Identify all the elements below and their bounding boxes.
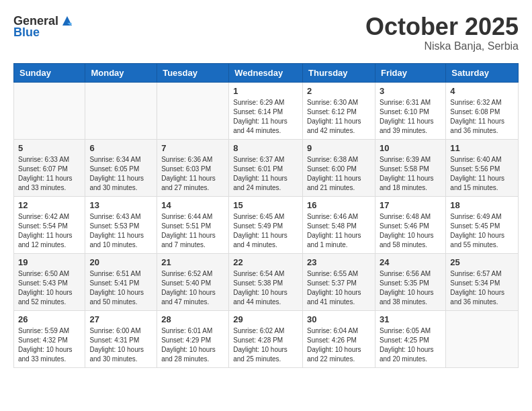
calendar-cell: 25Sunrise: 6:57 AMSunset: 5:34 PMDayligh… [446, 253, 519, 310]
day-info: Sunrise: 6:33 AMSunset: 6:07 PMDaylight:… [18, 155, 81, 193]
calendar-cell [157, 82, 229, 139]
day-number: 31 [380, 314, 441, 324]
day-info: Sunrise: 6:49 AMSunset: 5:45 PMDaylight:… [450, 212, 514, 250]
page-header: General Blue October 2025 Niska Banja, S… [13, 13, 519, 52]
header-wednesday: Wednesday [229, 63, 303, 82]
day-number: 10 [380, 143, 441, 153]
calendar-cell: 1Sunrise: 6:29 AMSunset: 6:14 PMDaylight… [229, 82, 303, 139]
calendar-cell: 26Sunrise: 5:59 AMSunset: 4:32 PMDayligh… [14, 310, 85, 367]
logo-icon [60, 13, 75, 28]
calendar-cell [446, 310, 519, 367]
day-number: 25 [450, 257, 514, 267]
day-info: Sunrise: 6:57 AMSunset: 5:34 PMDaylight:… [450, 269, 514, 307]
day-info: Sunrise: 6:00 AMSunset: 4:31 PMDaylight:… [89, 326, 152, 364]
calendar-cell: 13Sunrise: 6:43 AMSunset: 5:53 PMDayligh… [85, 196, 157, 253]
day-info: Sunrise: 6:46 AMSunset: 5:48 PMDaylight:… [307, 212, 371, 250]
calendar-cell: 29Sunrise: 6:02 AMSunset: 4:28 PMDayligh… [229, 310, 303, 367]
calendar-week-row: 1Sunrise: 6:29 AMSunset: 6:14 PMDaylight… [14, 82, 519, 139]
calendar-table: Sunday Monday Tuesday Wednesday Thursday… [13, 63, 519, 368]
day-number: 4 [450, 86, 514, 96]
day-info: Sunrise: 6:05 AMSunset: 4:25 PMDaylight:… [380, 326, 441, 364]
day-number: 21 [161, 257, 224, 267]
day-info: Sunrise: 6:04 AMSunset: 4:26 PMDaylight:… [307, 326, 371, 364]
month-title: October 2025 [365, 13, 519, 40]
calendar-cell: 14Sunrise: 6:44 AMSunset: 5:51 PMDayligh… [157, 196, 229, 253]
day-info: Sunrise: 6:01 AMSunset: 4:29 PMDaylight:… [161, 326, 224, 364]
day-info: Sunrise: 6:32 AMSunset: 6:08 PMDaylight:… [450, 98, 514, 136]
day-number: 28 [161, 314, 224, 324]
calendar-cell: 19Sunrise: 6:50 AMSunset: 5:43 PMDayligh… [14, 253, 85, 310]
day-info: Sunrise: 5:59 AMSunset: 4:32 PMDaylight:… [18, 326, 81, 364]
day-info: Sunrise: 6:29 AMSunset: 6:14 PMDaylight:… [233, 98, 298, 136]
day-number: 18 [450, 200, 514, 210]
day-info: Sunrise: 6:40 AMSunset: 5:56 PMDaylight:… [450, 155, 514, 193]
logo-text-blue: Blue [13, 26, 40, 40]
calendar-cell: 22Sunrise: 6:54 AMSunset: 5:38 PMDayligh… [229, 253, 303, 310]
day-info: Sunrise: 6:30 AMSunset: 6:12 PMDaylight:… [307, 98, 371, 136]
day-number: 17 [380, 200, 441, 210]
calendar-cell: 17Sunrise: 6:48 AMSunset: 5:46 PMDayligh… [375, 196, 445, 253]
day-number: 14 [161, 200, 224, 210]
calendar-week-row: 12Sunrise: 6:42 AMSunset: 5:54 PMDayligh… [14, 196, 519, 253]
day-number: 23 [307, 257, 371, 267]
calendar-cell: 5Sunrise: 6:33 AMSunset: 6:07 PMDaylight… [14, 139, 85, 196]
day-number: 19 [18, 257, 81, 267]
calendar-cell [85, 82, 157, 139]
header-thursday: Thursday [303, 63, 375, 82]
header-friday: Friday [375, 63, 445, 82]
day-number: 9 [307, 143, 371, 153]
day-info: Sunrise: 6:44 AMSunset: 5:51 PMDaylight:… [161, 212, 224, 250]
day-number: 7 [161, 143, 224, 153]
calendar-cell: 30Sunrise: 6:04 AMSunset: 4:26 PMDayligh… [303, 310, 375, 367]
calendar-cell: 31Sunrise: 6:05 AMSunset: 4:25 PMDayligh… [375, 310, 445, 367]
day-number: 11 [450, 143, 514, 153]
day-number: 26 [18, 314, 81, 324]
calendar-cell: 8Sunrise: 6:37 AMSunset: 6:01 PMDaylight… [229, 139, 303, 196]
day-info: Sunrise: 6:38 AMSunset: 6:00 PMDaylight:… [307, 155, 371, 193]
day-info: Sunrise: 6:48 AMSunset: 5:46 PMDaylight:… [380, 212, 441, 250]
day-info: Sunrise: 6:37 AMSunset: 6:01 PMDaylight:… [233, 155, 298, 193]
day-info: Sunrise: 6:45 AMSunset: 5:49 PMDaylight:… [233, 212, 298, 250]
calendar-cell: 27Sunrise: 6:00 AMSunset: 4:31 PMDayligh… [85, 310, 157, 367]
day-info: Sunrise: 6:39 AMSunset: 5:58 PMDaylight:… [380, 155, 441, 193]
calendar-cell: 7Sunrise: 6:36 AMSunset: 6:03 PMDaylight… [157, 139, 229, 196]
day-number: 27 [89, 314, 152, 324]
calendar-cell: 2Sunrise: 6:30 AMSunset: 6:12 PMDaylight… [303, 82, 375, 139]
calendar-cell: 3Sunrise: 6:31 AMSunset: 6:10 PMDaylight… [375, 82, 445, 139]
calendar-cell: 16Sunrise: 6:46 AMSunset: 5:48 PMDayligh… [303, 196, 375, 253]
day-info: Sunrise: 6:43 AMSunset: 5:53 PMDaylight:… [89, 212, 152, 250]
calendar-cell: 20Sunrise: 6:51 AMSunset: 5:41 PMDayligh… [85, 253, 157, 310]
weekday-header-row: Sunday Monday Tuesday Wednesday Thursday… [14, 63, 519, 82]
calendar-cell: 15Sunrise: 6:45 AMSunset: 5:49 PMDayligh… [229, 196, 303, 253]
day-info: Sunrise: 6:36 AMSunset: 6:03 PMDaylight:… [161, 155, 224, 193]
logo: General Blue [13, 13, 75, 40]
calendar-cell: 28Sunrise: 6:01 AMSunset: 4:29 PMDayligh… [157, 310, 229, 367]
calendar-cell: 4Sunrise: 6:32 AMSunset: 6:08 PMDaylight… [446, 82, 519, 139]
calendar-cell: 21Sunrise: 6:52 AMSunset: 5:40 PMDayligh… [157, 253, 229, 310]
day-number: 29 [233, 314, 298, 324]
day-info: Sunrise: 6:31 AMSunset: 6:10 PMDaylight:… [380, 98, 441, 136]
calendar-week-row: 19Sunrise: 6:50 AMSunset: 5:43 PMDayligh… [14, 253, 519, 310]
day-number: 2 [307, 86, 371, 96]
day-info: Sunrise: 6:34 AMSunset: 6:05 PMDaylight:… [89, 155, 152, 193]
location-subtitle: Niska Banja, Serbia [365, 40, 519, 52]
day-number: 24 [380, 257, 441, 267]
header-sunday: Sunday [14, 63, 85, 82]
calendar-cell: 6Sunrise: 6:34 AMSunset: 6:05 PMDaylight… [85, 139, 157, 196]
day-info: Sunrise: 6:02 AMSunset: 4:28 PMDaylight:… [233, 326, 298, 364]
day-number: 6 [89, 143, 152, 153]
calendar-cell: 12Sunrise: 6:42 AMSunset: 5:54 PMDayligh… [14, 196, 85, 253]
day-number: 3 [380, 86, 441, 96]
header-saturday: Saturday [446, 63, 519, 82]
day-number: 8 [233, 143, 298, 153]
day-number: 30 [307, 314, 371, 324]
day-number: 16 [307, 200, 371, 210]
day-info: Sunrise: 6:50 AMSunset: 5:43 PMDaylight:… [18, 269, 81, 307]
day-info: Sunrise: 6:54 AMSunset: 5:38 PMDaylight:… [233, 269, 298, 307]
calendar-cell: 23Sunrise: 6:55 AMSunset: 5:37 PMDayligh… [303, 253, 375, 310]
day-number: 20 [89, 257, 152, 267]
day-info: Sunrise: 6:42 AMSunset: 5:54 PMDaylight:… [18, 212, 81, 250]
calendar-week-row: 26Sunrise: 5:59 AMSunset: 4:32 PMDayligh… [14, 310, 519, 367]
calendar-cell: 9Sunrise: 6:38 AMSunset: 6:00 PMDaylight… [303, 139, 375, 196]
day-number: 5 [18, 143, 81, 153]
